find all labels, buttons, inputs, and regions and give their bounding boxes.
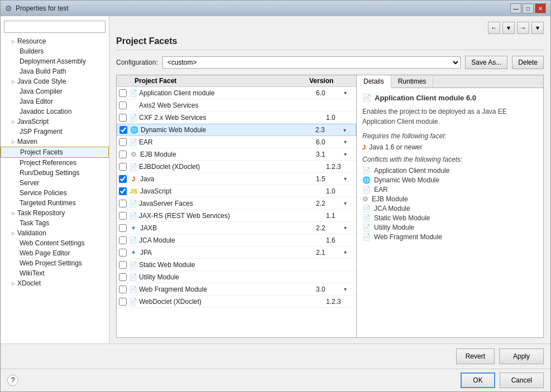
sidebar-item-builders[interactable]: Builders: [1, 46, 109, 56]
facet-row-ejbdoclet[interactable]: 📄 EJBDoclet (XDoclet) 1.2.3: [117, 161, 356, 173]
facet-dropdown-web-fragment[interactable]: ▾: [344, 286, 354, 292]
sidebar-item-java-build-path[interactable]: Java Build Path: [1, 66, 109, 76]
tab-runtimes[interactable]: Runtimes: [391, 75, 434, 88]
config-select[interactable]: <custom>: [162, 56, 461, 69]
facet-row-axis2[interactable]: ▷ Axis2 Web Services: [117, 99, 356, 112]
facet-checkbox-ejb[interactable]: [119, 151, 127, 158]
facet-row-ear[interactable]: 📄 EAR 6.0 ▾: [117, 136, 356, 148]
facet-checkbox-webdoclet[interactable]: [119, 298, 127, 306]
facet-row-jpa[interactable]: ✦ JPA 2.1 ▾: [117, 246, 356, 259]
facet-checkbox-jsf[interactable]: [119, 200, 127, 207]
facet-row-jaxrs[interactable]: 📄 JAX-RS (REST Web Services) 1.1: [117, 210, 356, 222]
tab-details[interactable]: Details: [357, 75, 391, 88]
facet-checkbox-app-client[interactable]: [119, 89, 127, 97]
facet-row-ejb[interactable]: ⚙ EJB Module 3.1 ▾: [117, 148, 356, 161]
sidebar-item-web-page-editor[interactable]: Web Page Editor: [1, 248, 109, 258]
facet-name-javascript: JavaScript: [140, 187, 326, 195]
facet-row-app-client[interactable]: 📄 Application Client module 6.0 ▾: [117, 87, 356, 99]
facet-name-utility: Utility Module: [139, 273, 326, 281]
sidebar-item-javadoc-location[interactable]: Javadoc Location: [1, 107, 109, 117]
facet-checkbox-ear[interactable]: [119, 138, 127, 146]
facet-row-jaxb[interactable]: ✦ JAXB 2.2 ▾: [117, 222, 356, 234]
sidebar-item-wikitext[interactable]: WikiText: [1, 268, 109, 278]
sidebar-item-web-project-settings[interactable]: Web Project Settings: [1, 258, 109, 268]
facet-checkbox-java[interactable]: [119, 175, 127, 183]
facet-version-cxf: 1.0: [326, 114, 354, 122]
sidebar-item-project-references[interactable]: Project References: [1, 158, 109, 168]
sidebar-item-java-editor[interactable]: Java Editor: [1, 96, 109, 107]
sidebar-item-run-debug[interactable]: Run/Debug Settings: [1, 168, 109, 178]
facet-dropdown-java[interactable]: ▾: [344, 176, 354, 182]
sidebar-item-validation[interactable]: ▷ Validation: [1, 228, 109, 238]
facet-row-utility[interactable]: 📄 Utility Module: [117, 271, 356, 283]
facet-checkbox-static-web[interactable]: [119, 261, 127, 269]
maximize-button[interactable]: □: [523, 3, 534, 13]
sidebar-item-task-tags[interactable]: Task Tags: [1, 218, 109, 228]
conflict-icon-5: 📄: [362, 214, 371, 222]
facet-row-cxf[interactable]: 📄 CXF 2.x Web Services 1.0: [117, 112, 356, 124]
ok-button[interactable]: OK: [461, 372, 495, 388]
facet-row-jca[interactable]: 📄 JCA Module 1.6: [117, 234, 356, 246]
facet-checkbox-utility[interactable]: [119, 273, 127, 281]
close-button[interactable]: ✕: [535, 3, 546, 13]
facet-checkbox-javascript[interactable]: [119, 187, 127, 195]
facet-checkbox-dynamic-web[interactable]: [119, 126, 127, 134]
apply-button[interactable]: Apply: [499, 349, 544, 364]
details-conflict-0: 📄 Application Client module: [362, 167, 538, 175]
facet-version-web-fragment: 3.0: [316, 285, 344, 293]
facet-name-app-client: Application Client module: [139, 89, 316, 97]
sidebar-item-jsp-fragment[interactable]: JSP Fragment: [1, 127, 109, 137]
sidebar-item-deployment-assembly[interactable]: Deployment Assembly: [1, 56, 109, 66]
sidebar-item-web-content[interactable]: Web Content Settings: [1, 238, 109, 248]
facet-checkbox-jaxrs[interactable]: [119, 212, 127, 220]
facet-checkbox-web-fragment[interactable]: [119, 285, 127, 293]
facet-dropdown-jsf[interactable]: ▾: [344, 200, 354, 206]
facet-dropdown-ear[interactable]: ▾: [344, 139, 354, 145]
minimize-button[interactable]: —: [510, 3, 521, 13]
facet-checkbox-cxf[interactable]: [119, 114, 127, 122]
facet-row-dynamic-web[interactable]: 🌐 Dynamic Web Module 2.3 ▾: [117, 124, 356, 136]
nav-forward-dropdown-button[interactable]: ▾: [531, 22, 544, 34]
facet-checkbox-axis2[interactable]: [119, 101, 127, 109]
delete-button[interactable]: Delete: [512, 56, 544, 69]
details-conflict-2: 📄 EAR: [362, 186, 538, 193]
facet-version-jca: 1.6: [326, 236, 354, 244]
sidebar-item-targeted-runtimes[interactable]: Targeted Runtimes: [1, 198, 109, 208]
nav-forward-button[interactable]: →: [517, 22, 529, 34]
facet-dropdown-jpa[interactable]: ▾: [344, 249, 354, 255]
sidebar-item-xdoclet[interactable]: ▷ XDoclet: [1, 278, 109, 288]
sidebar-item-java-code-style[interactable]: ▷ Java Code Style: [1, 76, 109, 86]
revert-button[interactable]: Revert: [456, 349, 495, 364]
nav-dropdown-button[interactable]: ▾: [502, 22, 515, 34]
facet-row-web-fragment[interactable]: 📄 Web Fragment Module 3.0 ▾: [117, 283, 356, 296]
sidebar-item-resource[interactable]: ▷ Resource: [1, 36, 109, 46]
sidebar-search-input[interactable]: [4, 21, 106, 33]
facet-checkbox-jca[interactable]: [119, 236, 127, 244]
expand-icon-code-style: ▷: [12, 79, 15, 84]
facet-row-static-web[interactable]: 📄 Static Web Module: [117, 259, 356, 271]
facet-dropdown-ejb[interactable]: ▾: [344, 151, 354, 157]
sidebar-item-service-policies[interactable]: Service Policies: [1, 188, 109, 198]
sidebar-item-maven[interactable]: ▷ Maven: [1, 137, 109, 147]
facet-dropdown-app-client[interactable]: ▾: [344, 90, 354, 96]
facet-checkbox-jaxb[interactable]: [119, 224, 127, 232]
app-icon: ⚙: [5, 4, 12, 13]
sidebar-item-project-facets[interactable]: Project Facets: [1, 147, 109, 158]
facet-dropdown-jaxb[interactable]: ▾: [344, 225, 354, 231]
facet-checkbox-jpa[interactable]: [119, 249, 127, 257]
sidebar-item-task-repository[interactable]: ▷ Task Repository: [1, 208, 109, 218]
nav-back-button[interactable]: ←: [488, 22, 500, 34]
facet-row-webdoclet[interactable]: 📄 WebDoclet (XDoclet) 1.2.3: [117, 296, 356, 308]
cancel-button[interactable]: Cancel: [500, 372, 544, 388]
facet-checkbox-ejbdoclet[interactable]: [119, 163, 127, 171]
facet-row-javascript[interactable]: JS JavaScript 1.0: [117, 185, 356, 197]
facet-row-java[interactable]: J Java 1.5 ▾: [117, 173, 356, 185]
sidebar-item-server[interactable]: Server: [1, 178, 109, 188]
details-conflict-1: 🌐 Dynamic Web Module: [362, 176, 538, 184]
sidebar-item-javascript[interactable]: ▷ JavaScript: [1, 117, 109, 127]
facet-row-jsf[interactable]: 📄 JavaServer Faces 2.2 ▾: [117, 197, 356, 210]
sidebar-item-java-compiler[interactable]: Java Compiler: [1, 86, 109, 96]
save-as-button[interactable]: Save As...: [465, 56, 507, 69]
help-button[interactable]: ?: [7, 375, 18, 386]
facet-dropdown-dynamic-web[interactable]: ▾: [343, 127, 353, 133]
